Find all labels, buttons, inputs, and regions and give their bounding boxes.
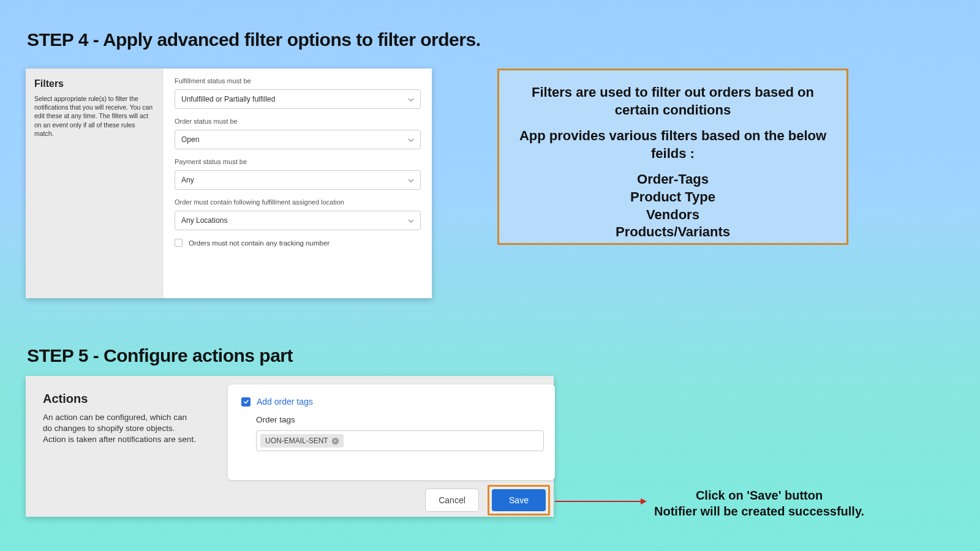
location-value: Any Locations bbox=[181, 216, 227, 225]
tag-chip-label: UON-EMAIL-SENT bbox=[265, 437, 328, 445]
add-order-tags-row[interactable]: Add order tags bbox=[241, 397, 541, 407]
add-order-tags-label: Add order tags bbox=[257, 397, 313, 407]
chevron-down-icon bbox=[408, 177, 414, 183]
filters-form: Fulfillment status must be Unfulfilled o… bbox=[164, 69, 432, 298]
step5-heading: STEP 5 - Configure actions part bbox=[27, 345, 293, 366]
order-tags-label: Order tags bbox=[256, 415, 541, 424]
info-item-product-type: Product Type bbox=[511, 189, 834, 206]
order-status-value: Open bbox=[181, 135, 199, 144]
buttons-row: Cancel Save bbox=[425, 485, 550, 515]
fulfillment-status-select[interactable]: Unfulfilled or Partially fulfilled bbox=[175, 89, 421, 109]
tracking-checkbox-row[interactable]: Orders must not contain any tracking num… bbox=[175, 239, 421, 247]
info-callout: Filters are used to filter out orders ba… bbox=[497, 69, 848, 245]
svg-marker-1 bbox=[641, 498, 647, 504]
save-note-line2: Notifier will be created successfully. bbox=[654, 503, 864, 519]
order-status-select[interactable]: Open bbox=[175, 130, 421, 149]
info-item-order-tags: Order-Tags bbox=[511, 171, 834, 189]
tracking-checkbox[interactable] bbox=[175, 239, 183, 247]
actions-sidebar-desc: An action can be configured, which can d… bbox=[43, 412, 196, 446]
tracking-checkbox-label: Orders must not contain any tracking num… bbox=[189, 239, 330, 247]
add-order-tags-checkbox[interactable] bbox=[241, 397, 251, 407]
actions-sidebar: Actions An action can be configured, whi… bbox=[43, 392, 196, 446]
arrow-icon bbox=[555, 497, 647, 506]
cancel-button[interactable]: Cancel bbox=[425, 489, 479, 512]
chevron-down-icon bbox=[408, 96, 414, 102]
info-line1: Filters are used to filter out orders ba… bbox=[511, 84, 834, 119]
location-select[interactable]: Any Locations bbox=[175, 211, 421, 230]
payment-status-label: Payment status must be bbox=[175, 158, 421, 165]
save-note-line1: Click on 'Save' button bbox=[654, 487, 864, 503]
payment-status-value: Any bbox=[181, 176, 194, 184]
step4-heading: STEP 4 - Apply advanced filter options t… bbox=[27, 29, 480, 50]
location-label: Order must contain following fulfillment… bbox=[175, 198, 421, 206]
chevron-down-icon bbox=[408, 217, 414, 223]
chevron-down-icon bbox=[408, 137, 414, 143]
filters-sidebar: Filters Select appropriate rule(s) to fi… bbox=[26, 69, 164, 298]
fulfillment-status-label: Fulfillment status must be bbox=[175, 77, 421, 84]
filters-panel: Filters Select appropriate rule(s) to fi… bbox=[26, 69, 432, 298]
actions-sidebar-title: Actions bbox=[43, 392, 196, 406]
save-highlight-box: Save bbox=[488, 485, 550, 515]
order-tags-input[interactable]: UON-EMAIL-SENT ✕ bbox=[256, 430, 544, 451]
close-icon[interactable]: ✕ bbox=[332, 438, 339, 444]
filters-sidebar-desc: Select appropriate rule(s) to filter the… bbox=[34, 94, 155, 138]
info-list: Order-Tags Product Type Vendors Products… bbox=[511, 171, 834, 241]
filters-sidebar-title: Filters bbox=[34, 78, 155, 89]
payment-status-select[interactable]: Any bbox=[175, 170, 421, 190]
info-line2: App provides various filters based on th… bbox=[511, 127, 834, 162]
info-item-vendors: Vendors bbox=[511, 206, 834, 224]
tag-chip[interactable]: UON-EMAIL-SENT ✕ bbox=[260, 434, 344, 448]
save-annotation: Click on 'Save' button Notifier will be … bbox=[654, 487, 864, 519]
actions-card: Add order tags Order tags UON-EMAIL-SENT… bbox=[228, 384, 555, 480]
fulfillment-status-value: Unfulfilled or Partially fulfilled bbox=[181, 95, 275, 103]
save-button[interactable]: Save bbox=[492, 489, 546, 511]
info-item-products-variants: Products/Variants bbox=[511, 223, 834, 241]
check-icon bbox=[243, 399, 249, 405]
order-status-label: Order status must be bbox=[175, 118, 421, 125]
